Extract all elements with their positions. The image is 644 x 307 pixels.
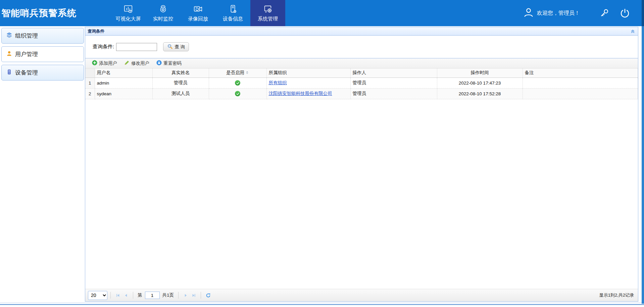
- separator: [201, 292, 201, 299]
- pagination-bar: 20 第 共1页 显示1到2,共2记录: [85, 289, 638, 301]
- server-icon: [6, 69, 12, 76]
- nav-item-device-info[interactable]: 设备信息: [215, 0, 250, 26]
- main-nav: 可视化大屏 实时监控: [111, 0, 285, 26]
- sidebar-item-label: 用户管理: [15, 50, 38, 58]
- lock-badge-icon: [156, 60, 162, 66]
- col-header-org[interactable]: 所属组织: [266, 68, 350, 78]
- user-area: 欢迎您，管理员！: [523, 7, 642, 19]
- col-header-operator[interactable]: 操作人: [350, 68, 437, 78]
- query-field-label: 查询条件:: [93, 44, 114, 50]
- separator: [133, 292, 133, 299]
- col-header-time[interactable]: 操作时间: [437, 68, 523, 78]
- top-header-bar: 智能哨兵预警系统 可视化大屏: [0, 0, 642, 26]
- change-password-key-icon[interactable]: [599, 8, 609, 18]
- reset-password-button[interactable]: 重置密码: [155, 59, 183, 67]
- users-datagrid: 用户名 真实姓名 是否启用 所属组织 操作人 操作时间 备注 1 admin 管…: [85, 68, 638, 99]
- table-row[interactable]: 2 sydean 测试人员 沈阳德安智能科技股份有限公司 管理员 2022-08…: [85, 88, 638, 99]
- logout-power-icon[interactable]: [620, 8, 630, 18]
- nav-label: 设备信息: [223, 16, 243, 22]
- magnifier-icon: [167, 44, 173, 50]
- org-link[interactable]: 所有组织: [269, 80, 287, 85]
- query-panel-header: 查询条件: [85, 27, 638, 36]
- current-page-input[interactable]: [145, 292, 160, 299]
- query-input[interactable]: [116, 43, 157, 51]
- app-title: 智能哨兵预警系统: [0, 7, 111, 19]
- add-plus-icon: [92, 60, 97, 66]
- pencil-icon: [124, 60, 130, 66]
- main-content-panel: 查询条件 查询条件: 查 询: [85, 27, 638, 302]
- device-tower-icon: [228, 4, 238, 14]
- edit-user-button[interactable]: 修改用户: [122, 59, 151, 67]
- search-button[interactable]: 查 询: [163, 42, 189, 51]
- sidebar-item-organization[interactable]: 组织管理: [1, 28, 84, 44]
- collapse-panel-icon[interactable]: [630, 29, 635, 34]
- cell-org: 所有组织: [266, 78, 350, 88]
- cell-enabled: [209, 78, 266, 88]
- sidebar-item-label: 设备管理: [15, 69, 38, 76]
- separator: [178, 292, 179, 299]
- search-button-label: 查 询: [175, 44, 185, 50]
- system-settings-icon: [263, 4, 273, 14]
- cell-username: admin: [95, 78, 152, 88]
- sidebar-accordion: 组织管理 用户管理 设备管理: [1, 28, 84, 83]
- sidebar-item-devices[interactable]: 设备管理: [1, 65, 84, 81]
- first-page-button[interactable]: [114, 291, 122, 299]
- cell-time: 2022-08-10 17:47:23: [437, 78, 523, 88]
- cell-operator: 管理员: [350, 88, 437, 99]
- org-link[interactable]: 沈阳德安智能科技股份有限公司: [269, 91, 332, 96]
- cell-realname: 管理员: [152, 78, 209, 88]
- video-playback-icon: [193, 4, 203, 14]
- sidebar-item-users[interactable]: 用户管理: [1, 46, 84, 62]
- content-bottom-border: [0, 302, 642, 303]
- cell-username: sydean: [95, 88, 152, 99]
- cell-org: 沈阳德安智能科技股份有限公司: [266, 88, 350, 99]
- enabled-check-icon: [235, 91, 240, 96]
- query-form: 查询条件: 查 询: [85, 36, 638, 58]
- nav-item-playback[interactable]: 录像回放: [181, 0, 215, 26]
- col-header-realname[interactable]: 真实姓名: [152, 68, 209, 78]
- row-index: 2: [85, 88, 95, 99]
- row-index: 1: [85, 78, 95, 88]
- enabled-check-icon: [235, 80, 240, 86]
- cell-time: 2022-08-10 17:52:28: [437, 88, 523, 99]
- sort-icon[interactable]: [245, 70, 249, 76]
- ptz-camera-icon: [158, 4, 168, 14]
- col-header-remark[interactable]: 备注: [523, 68, 638, 78]
- cell-realname: 测试人员: [152, 88, 209, 99]
- separator: [110, 292, 111, 299]
- user-orange-icon: [6, 51, 12, 58]
- layers-icon: [6, 32, 12, 40]
- user-avatar-icon: [523, 7, 534, 19]
- col-header-username[interactable]: 用户名: [95, 68, 152, 78]
- add-user-button[interactable]: 添加用户: [90, 59, 119, 67]
- nav-item-live-monitor[interactable]: 实时监控: [146, 0, 181, 26]
- refresh-button[interactable]: [204, 291, 212, 299]
- cell-enabled: [209, 88, 266, 99]
- sidebar-item-label: 组织管理: [15, 32, 38, 40]
- window-scrollbar-strip[interactable]: [642, 26, 644, 304]
- page-label-suffix: 共1页: [162, 292, 174, 298]
- table-row[interactable]: 1 admin 管理员 所有组织 管理员 2022-08-10 17:47:23: [85, 78, 638, 88]
- nav-item-system-management[interactable]: 系统管理: [250, 0, 285, 26]
- next-page-button[interactable]: [182, 291, 190, 299]
- window-edge-top: [642, 0, 644, 26]
- last-page-button[interactable]: [190, 291, 198, 299]
- nav-label: 录像回放: [188, 16, 208, 22]
- page-label-prefix: 第: [138, 292, 142, 298]
- prev-page-button[interactable]: [122, 291, 130, 299]
- nav-label: 可视化大屏: [116, 16, 141, 22]
- reset-password-label: 重置密码: [163, 60, 182, 66]
- col-header-enabled[interactable]: 是否启用: [209, 68, 266, 78]
- app-window: 智能哨兵预警系统 可视化大屏: [0, 0, 644, 307]
- query-panel-title: 查询条件: [88, 29, 104, 34]
- grid-toolbar: 添加用户 修改用户 重: [85, 58, 638, 68]
- welcome-text: 欢迎您，管理员！: [537, 10, 580, 17]
- page-size-select[interactable]: 20: [88, 291, 107, 300]
- cell-remark: [523, 88, 638, 99]
- nav-item-visual-screen[interactable]: 可视化大屏: [111, 0, 146, 26]
- grid-header-row: 用户名 真实姓名 是否启用 所属组织 操作人 操作时间 备注: [85, 68, 638, 78]
- add-user-label: 添加用户: [99, 60, 117, 66]
- col-header-enabled-label: 是否启用: [226, 70, 244, 75]
- col-header-index: [85, 68, 95, 78]
- dashboard-screen-icon: [123, 4, 133, 14]
